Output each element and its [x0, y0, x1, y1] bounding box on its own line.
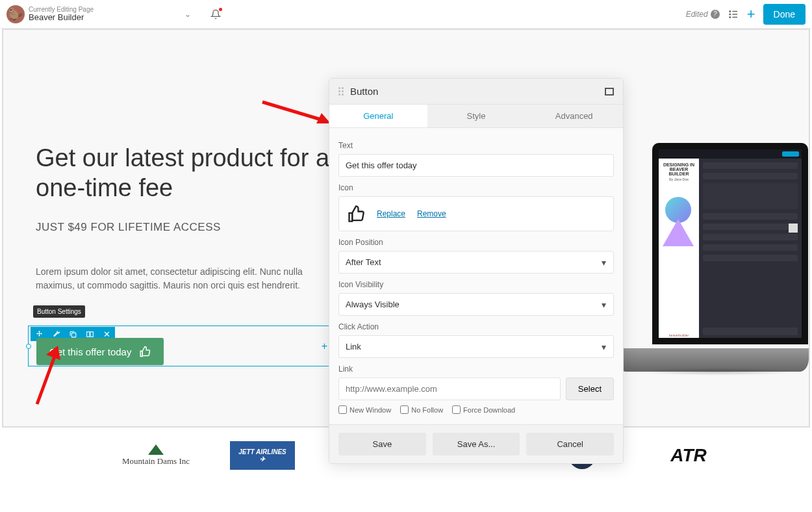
cover-line2: BEAVER BUILDER	[661, 167, 696, 176]
hero-paragraph: Lorem ipsum dolor sit amet, consectetur …	[36, 265, 335, 292]
hero-heading: Get our latest product for a one-time fe…	[36, 144, 335, 203]
label-icon-visibility: Icon Visibility	[338, 280, 614, 289]
notifications-icon[interactable]	[210, 9, 221, 19]
tooltip-button-settings: Button Settings	[33, 305, 85, 318]
annotation-arrow-icon	[31, 346, 63, 407]
panel-header[interactable]: Button	[329, 79, 623, 105]
panel-tabs: General Style Advanced	[329, 105, 623, 128]
help-icon[interactable]: ?	[711, 10, 720, 19]
page-title: Beaver Builder	[29, 13, 94, 22]
text-input[interactable]	[338, 154, 614, 177]
panel-body: Text Icon Replace Remove Icon Position A…	[329, 128, 623, 424]
hero-section: Get our latest product for a one-time fe…	[36, 144, 335, 292]
svg-rect-8	[90, 331, 93, 337]
icon-selector: Replace Remove	[338, 196, 614, 231]
done-button[interactable]: Done	[763, 4, 806, 25]
maximize-icon[interactable]	[605, 88, 614, 96]
thumbs-up-icon	[347, 205, 365, 223]
panel-title: Button	[350, 86, 378, 97]
force-download-checkbox[interactable]: Force Download	[452, 405, 515, 414]
replace-link[interactable]: Replace	[377, 209, 405, 218]
svg-point-4	[730, 16, 731, 18]
page-info[interactable]: Currently Editing Page Beaver Builder	[29, 6, 94, 22]
panel-footer: Save Save As... Cancel	[329, 424, 623, 428]
tab-advanced[interactable]: Advanced	[525, 105, 623, 127]
remove-link[interactable]: Remove	[417, 209, 446, 218]
brand-mark: beaverbuilder	[659, 333, 699, 337]
edited-status: Edited ?	[686, 10, 720, 19]
icon-visibility-select[interactable]: Always Visible	[338, 293, 614, 316]
cover-byline: By Jane Doe	[661, 177, 696, 181]
annotation-arrow-icon	[259, 99, 331, 125]
label-icon: Icon	[338, 183, 614, 192]
edited-label: Edited	[686, 10, 708, 19]
svg-point-0	[730, 10, 731, 12]
svg-point-2	[730, 14, 731, 15]
icon-position-select[interactable]: After Text	[338, 251, 614, 274]
thumbs-up-icon	[139, 346, 151, 357]
beaver-logo-icon: 🦫	[6, 5, 25, 23]
label-click-action: Click Action	[338, 322, 614, 331]
svg-line-15	[37, 355, 55, 404]
chevron-down-icon[interactable]: ⌄	[184, 10, 191, 19]
notification-dot-icon	[219, 8, 222, 11]
svg-rect-6	[71, 333, 76, 337]
new-window-checkbox[interactable]: New Window	[338, 405, 391, 414]
add-content-icon[interactable]: +	[747, 6, 755, 23]
svg-rect-7	[86, 331, 89, 337]
tab-style[interactable]: Style	[427, 105, 526, 127]
label-icon-position: Icon Position	[338, 238, 614, 247]
link-input[interactable]	[338, 378, 561, 400]
hero-subheading: JUST $49 FOR LIFETIME ACCESS	[36, 221, 335, 234]
svg-line-13	[262, 102, 321, 120]
label-text: Text	[338, 141, 614, 150]
outline-icon[interactable]	[728, 8, 739, 20]
laptop-mockup: DESIGNING IN BEAVER BUILDER By Jane Doe …	[617, 143, 809, 372]
settings-panel: Button General Style Advanced Text Icon …	[329, 78, 624, 428]
tab-general[interactable]: General	[329, 105, 427, 127]
drag-handle-icon[interactable]	[338, 87, 345, 96]
label-link: Link	[338, 365, 614, 374]
click-action-select[interactable]: Link	[338, 335, 614, 358]
top-bar: 🦫 Currently Editing Page Beaver Builder …	[0, 0, 812, 29]
triangle-shape-icon	[663, 219, 694, 246]
no-follow-checkbox[interactable]: No Follow	[400, 405, 443, 414]
cover-line1: DESIGNING IN	[661, 162, 696, 167]
link-select-button[interactable]: Select	[566, 378, 614, 400]
add-column-icon[interactable]: +	[322, 340, 327, 352]
